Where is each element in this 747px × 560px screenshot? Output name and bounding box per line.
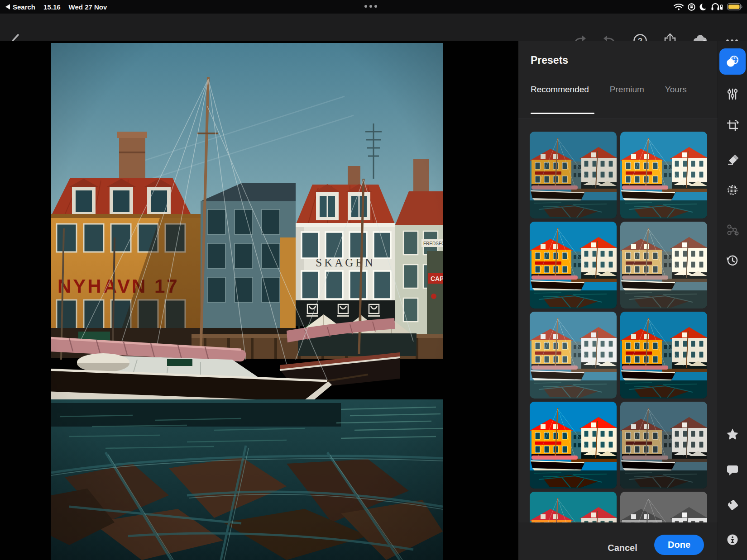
- preset-tabs: Recommended Premium Yours: [531, 85, 687, 95]
- versions-icon: [726, 223, 739, 237]
- status-bar: Search 15.16 Wed 27 Nov: [0, 0, 747, 14]
- headphones-icon: [711, 3, 723, 10]
- status-time: 15.16: [43, 3, 61, 11]
- tool-keywords[interactable]: [726, 498, 739, 512]
- tool-info[interactable]: [726, 533, 739, 546]
- tab-yours[interactable]: Yours: [665, 85, 687, 95]
- tool-heal[interactable]: [726, 152, 739, 166]
- panel-title: Presets: [531, 54, 568, 66]
- info-icon: [726, 533, 739, 546]
- preset-thumbnail-p2[interactable]: [620, 132, 707, 218]
- tool-crop[interactable]: [726, 119, 739, 133]
- multitasking-indicator[interactable]: [364, 5, 377, 8]
- preset-thumbnail-p6[interactable]: [620, 312, 707, 399]
- preset-grid: [530, 132, 707, 523]
- adjust-sliders-icon: [726, 87, 739, 101]
- preset-thumbnail-p9[interactable]: [530, 492, 617, 523]
- preset-grid-section: [518, 119, 718, 560]
- eraser-heal-icon: [726, 152, 739, 166]
- tool-presets[interactable]: [719, 48, 746, 75]
- back-to-search[interactable]: Search: [5, 3, 35, 11]
- preset-thumbnail-p10[interactable]: [620, 492, 707, 523]
- nyhavn-photo-illustration: NYHAVN 17: [51, 43, 443, 560]
- tool-sidebar: [718, 41, 747, 560]
- tool-comments[interactable]: [726, 463, 739, 476]
- active-tab-underline: [531, 113, 594, 114]
- presets-panel: Presets Recommended Premium Yours Cancel…: [518, 41, 718, 560]
- back-to-search-label: Search: [13, 3, 35, 11]
- star-icon: [726, 427, 739, 441]
- crop-rotate-icon: [726, 119, 739, 133]
- preset-thumbnail-p4[interactable]: [620, 222, 707, 308]
- tool-adjust[interactable]: [726, 87, 739, 101]
- preset-thumbnail-p7[interactable]: [530, 402, 617, 489]
- preset-thumbnail-p3[interactable]: [530, 222, 617, 308]
- edit-toolbar: ?: [0, 14, 747, 41]
- back-triangle-icon: [5, 4, 10, 9]
- tab-recommended[interactable]: Recommended: [531, 85, 589, 95]
- wifi-icon: [674, 3, 684, 10]
- main-photo[interactable]: NYHAVN 17: [51, 43, 443, 560]
- history-icon: [726, 254, 739, 267]
- photo-canvas[interactable]: NYHAVN 17: [0, 41, 518, 560]
- masking-icon: [726, 183, 739, 197]
- tab-premium[interactable]: Premium: [610, 85, 644, 95]
- do-not-disturb-icon: [699, 3, 707, 11]
- tag-icon: [726, 498, 739, 512]
- presets-icon: [725, 54, 740, 69]
- tool-masking[interactable]: [726, 183, 739, 197]
- status-date: Wed 27 Nov: [69, 3, 107, 11]
- tool-history[interactable]: [726, 254, 739, 267]
- tool-versions[interactable]: [726, 223, 739, 237]
- preset-thumbnail-p8[interactable]: [620, 402, 707, 489]
- app-window: Search 15.16 Wed 27 Nov: [0, 0, 747, 560]
- cancel-button[interactable]: Cancel: [600, 541, 645, 555]
- battery-icon: [727, 3, 742, 10]
- preset-thumbnail-p5[interactable]: [530, 312, 617, 399]
- done-button[interactable]: Done: [654, 535, 704, 555]
- preset-thumbnail-p1[interactable]: [530, 132, 617, 218]
- tool-rating[interactable]: [726, 427, 739, 441]
- panel-footer: Cancel Done: [518, 522, 718, 560]
- rotation-lock-icon: [688, 3, 695, 11]
- comment-icon: [726, 463, 739, 476]
